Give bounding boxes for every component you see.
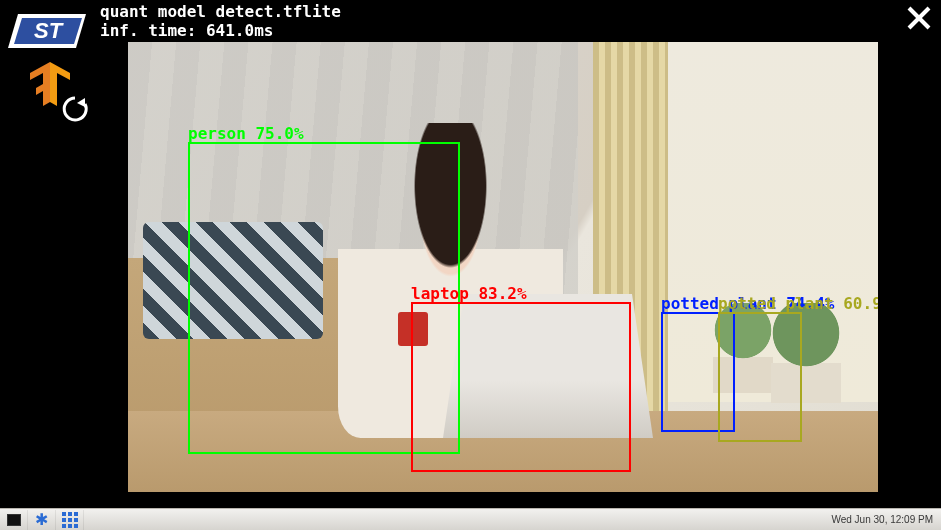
close-button[interactable]: [905, 4, 933, 32]
apps-grid-icon: [62, 512, 78, 528]
svg-marker-3: [77, 98, 85, 107]
taskbar-terminal-button[interactable]: [0, 510, 28, 530]
taskbar-star-button[interactable]: ✱: [28, 510, 56, 530]
star-icon: ✱: [35, 512, 48, 528]
taskbar-apps-button[interactable]: [56, 510, 84, 530]
close-icon: [905, 4, 933, 32]
refresh-icon[interactable]: [60, 94, 90, 124]
taskbar-clock: Wed Jun 30, 12:09 PM: [831, 514, 941, 525]
svg-marker-2: [30, 62, 50, 106]
inf-time-prefix: inf. time:: [100, 21, 206, 40]
desktop-taskbar: ✱ Wed Jun 30, 12:09 PM: [0, 508, 941, 530]
inference-status-text: quant model detect.tflite inf. time: 641…: [100, 2, 341, 40]
scene-background: [771, 303, 841, 403]
st-logo: ST: [8, 4, 96, 58]
detection-app-window: ST quant model detect.tflite inf. time: …: [0, 0, 941, 508]
svg-text:ST: ST: [34, 18, 64, 43]
model-name: quant model detect.tflite: [100, 2, 341, 21]
video-frame: person 75.0%laptop 83.2%potted plant 74.…: [128, 42, 878, 492]
scene-background: [443, 294, 653, 438]
scene-background: [143, 222, 323, 339]
inf-time-value: 641.0ms: [206, 21, 273, 40]
scene-background: [398, 312, 428, 346]
terminal-icon: [7, 514, 21, 526]
scene-background: [713, 303, 773, 393]
